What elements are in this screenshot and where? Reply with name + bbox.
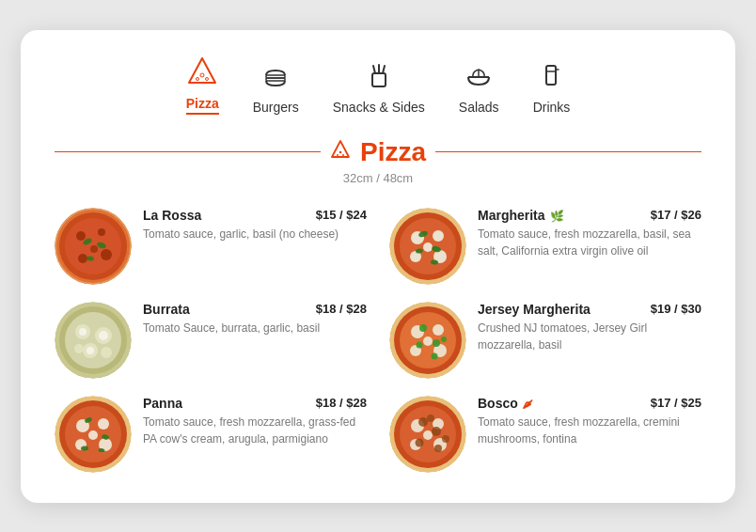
- section-header: Pizza: [55, 137, 701, 167]
- svg-point-89: [432, 427, 441, 436]
- item-desc: Tomato sauce, garlic, basil (no cheese): [143, 226, 367, 243]
- pizza-image-margherita: [389, 208, 466, 285]
- burger-icon: [260, 60, 291, 94]
- fries-icon: [364, 60, 394, 94]
- menu-item-info-panna: Panna $18 / $28 Tomato sauce, fresh mozz…: [143, 396, 367, 447]
- svg-point-51: [74, 344, 84, 353]
- svg-point-36: [433, 230, 444, 242]
- menu-item-info-burrata: Burrata $18 / $28 Tomato Sauce, burrata,…: [143, 302, 367, 336]
- nav-snacks-label: Snacks & Sides: [333, 100, 425, 115]
- pizza-icon: [187, 56, 217, 90]
- nav-pizza[interactable]: Pizza: [186, 56, 219, 115]
- pizza-image-la-rossa: [55, 208, 132, 285]
- nav-drinks[interactable]: Drinks: [533, 60, 571, 115]
- name-price-row: La Rossa $15 / $24: [143, 208, 367, 223]
- pizza-image-jersey-margherita: [389, 302, 466, 379]
- section-title: Pizza: [360, 137, 426, 167]
- svg-line-11: [383, 66, 385, 73]
- svg-point-52: [79, 328, 87, 336]
- item-desc: Tomato sauce, fresh mozzarella, basil, s…: [478, 226, 701, 259]
- nav-drinks-label: Drinks: [533, 100, 571, 115]
- item-price: $18 / $28: [316, 396, 367, 410]
- menu-item-info-la-rossa: La Rossa $15 / $24 Tomato sauce, garlic,…: [143, 208, 367, 243]
- divider-right: [435, 151, 701, 153]
- svg-point-50: [101, 347, 112, 358]
- item-name: Burrata: [143, 302, 190, 317]
- name-price-row: Bosco 🌶 $17 / $25: [478, 396, 701, 411]
- salad-icon: [464, 60, 494, 94]
- nav-burgers-label: Burgers: [253, 100, 299, 115]
- item-price: $18 / $28: [316, 302, 367, 316]
- item-name: Bosco 🌶: [478, 396, 532, 411]
- item-name: Jersey Margherita: [478, 302, 591, 317]
- svg-marker-16: [332, 141, 349, 157]
- menu-card: Pizza Burgers Sn: [21, 30, 735, 503]
- svg-point-93: [442, 435, 449, 443]
- nav-burgers[interactable]: Burgers: [253, 60, 299, 115]
- name-price-row: Panna $18 / $28: [143, 396, 367, 411]
- item-name: Panna: [143, 396, 182, 411]
- veg-badge: 🌿: [550, 210, 564, 223]
- svg-point-63: [419, 324, 427, 332]
- svg-point-26: [78, 254, 87, 263]
- svg-point-54: [87, 347, 94, 354]
- item-desc: Crushed NJ tomatoes, Jersey Girl mozzare…: [478, 320, 701, 353]
- svg-point-65: [417, 341, 423, 348]
- svg-point-62: [423, 336, 433, 346]
- svg-point-24: [98, 228, 105, 236]
- svg-point-72: [98, 418, 109, 430]
- nav-snacks[interactable]: Snacks & Sides: [333, 60, 425, 115]
- svg-point-4: [197, 77, 199, 80]
- name-price-row: Burrata $18 / $28: [143, 302, 367, 317]
- svg-point-75: [88, 430, 98, 440]
- svg-point-18: [337, 154, 339, 156]
- svg-point-88: [418, 417, 428, 427]
- svg-point-25: [101, 249, 112, 260]
- svg-line-1: [189, 58, 202, 83]
- svg-marker-0: [189, 58, 215, 83]
- svg-line-2: [202, 58, 215, 83]
- svg-rect-13: [546, 66, 556, 85]
- divider-left: [55, 151, 321, 153]
- svg-point-90: [416, 438, 424, 446]
- nav-salads[interactable]: Salads: [459, 60, 499, 115]
- item-price: $17 / $26: [651, 208, 701, 222]
- svg-point-19: [342, 154, 344, 156]
- spicy-badge: 🌶: [522, 399, 532, 410]
- menu-item-jersey-margherita: Jersey Margherita $19 / $30 Crushed NJ t…: [389, 302, 701, 379]
- nav-salads-label: Salads: [459, 100, 499, 115]
- svg-rect-7: [266, 78, 285, 81]
- menu-item-info-jersey: Jersey Margherita $19 / $30 Crushed NJ t…: [478, 302, 701, 353]
- menu-grid: La Rossa $15 / $24 Tomato sauce, garlic,…: [55, 208, 701, 473]
- svg-point-91: [434, 445, 442, 452]
- drink-icon: [536, 60, 566, 94]
- name-price-row: Jersey Margherita $19 / $30: [478, 302, 701, 317]
- svg-point-66: [432, 352, 438, 359]
- svg-point-87: [423, 430, 433, 440]
- nav-pizza-label: Pizza: [186, 96, 219, 115]
- item-desc: Tomato Sauce, burrata, garlic, basil: [143, 320, 367, 336]
- pizza-image-burrata: [55, 302, 132, 379]
- pizza-image-bosco: [389, 396, 466, 473]
- svg-line-9: [373, 66, 375, 73]
- menu-item-margherita: Margherita 🌿 $17 / $26 Tomato sauce, fre…: [389, 208, 701, 285]
- menu-item-bosco: Bosco 🌶 $17 / $25 Tomato sauce, fresh mo…: [389, 396, 701, 473]
- svg-point-67: [441, 336, 447, 342]
- svg-point-5: [206, 77, 209, 80]
- svg-point-59: [433, 324, 444, 336]
- svg-point-3: [200, 73, 204, 77]
- svg-point-46: [65, 312, 121, 368]
- menu-item-la-rossa: La Rossa $15 / $24 Tomato sauce, garlic,…: [55, 208, 367, 285]
- section-subtitle: 32cm / 48cm: [55, 171, 701, 185]
- svg-rect-8: [372, 73, 386, 86]
- pizza-image-panna: [55, 396, 132, 473]
- menu-item-burrata: Burrata $18 / $28 Tomato Sauce, burrata,…: [55, 302, 367, 379]
- item-desc: Tomato sauce, fresh mozzarella, grass-fe…: [143, 414, 367, 447]
- svg-point-92: [427, 415, 434, 422]
- svg-point-23: [76, 231, 86, 241]
- svg-point-64: [433, 339, 440, 347]
- item-price: $17 / $25: [651, 396, 701, 410]
- item-desc: Tomato sauce, fresh mozzarella, cremini …: [478, 414, 701, 447]
- menu-item-panna: Panna $18 / $28 Tomato sauce, fresh mozz…: [55, 396, 367, 473]
- category-nav: Pizza Burgers Sn: [55, 56, 701, 115]
